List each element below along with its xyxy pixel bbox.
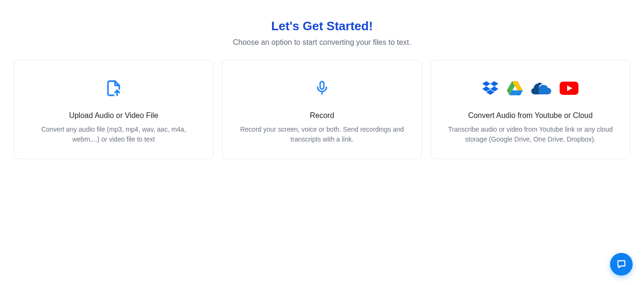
upload-card-title: Upload Audio or Video File — [69, 111, 158, 120]
chat-icon — [616, 259, 627, 269]
onedrive-icon — [531, 82, 551, 95]
record-card[interactable]: Record Record your screen, voice or both… — [222, 60, 422, 159]
page-title: Let's Get Started! — [14, 19, 630, 34]
youtube-icon — [560, 82, 578, 95]
page-subtitle: Choose an option to start converting you… — [14, 38, 630, 47]
google-drive-icon — [507, 81, 523, 95]
microphone-icon — [314, 77, 330, 99]
upload-card[interactable]: Upload Audio or Video File Convert any a… — [14, 60, 214, 159]
cards-row: Upload Audio or Video File Convert any a… — [14, 60, 630, 159]
upload-file-icon — [105, 77, 122, 99]
cloud-card[interactable]: Convert Audio from Youtube or Cloud Tran… — [430, 60, 630, 159]
dropbox-icon — [482, 81, 498, 95]
record-card-title: Record — [310, 111, 334, 120]
chat-button[interactable] — [610, 253, 633, 276]
cloud-card-title: Convert Audio from Youtube or Cloud — [468, 111, 593, 120]
svg-rect-0 — [320, 82, 324, 89]
cloud-card-desc: Transcribe audio or video from Youtube l… — [444, 125, 617, 144]
record-card-desc: Record your screen, voice or both. Send … — [236, 125, 408, 144]
upload-card-desc: Convert any audio file (mp3, mp4, wav, a… — [27, 125, 200, 144]
